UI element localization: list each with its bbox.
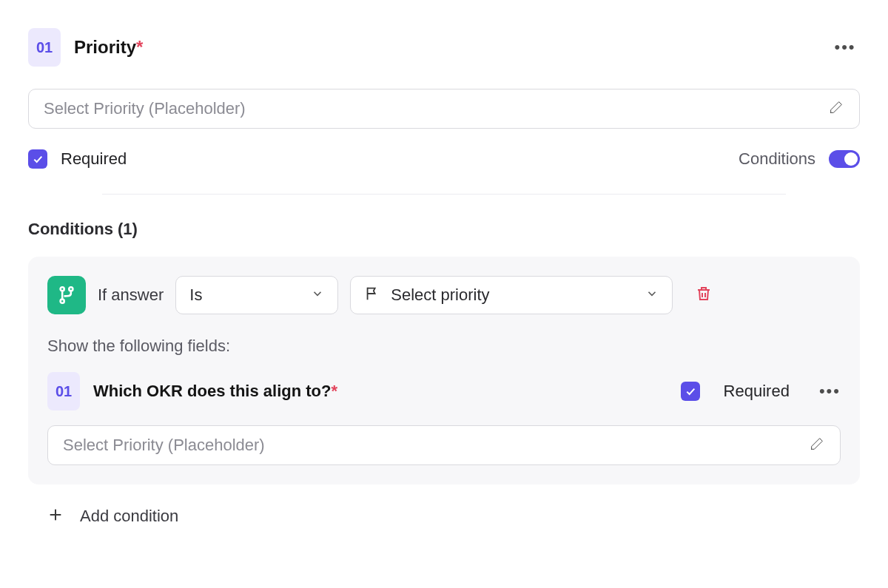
- conditions-toggle[interactable]: [829, 150, 860, 168]
- subfield-title-text: Which OKR does this align to?: [93, 382, 331, 400]
- subfield-number-badge: 01: [47, 372, 80, 410]
- svg-point-1: [69, 287, 73, 291]
- field-number-badge: 01: [28, 28, 61, 67]
- subfield-required-checkbox[interactable]: [681, 382, 700, 401]
- add-condition-label: Add condition: [80, 507, 178, 526]
- value-placeholder: Select priority: [391, 285, 635, 305]
- svg-point-2: [61, 300, 64, 303]
- chevron-down-icon: [311, 287, 324, 303]
- svg-point-0: [61, 287, 64, 291]
- subfield-number: 01: [56, 383, 72, 400]
- field-title: Priority*: [74, 37, 817, 58]
- divider: [102, 194, 786, 195]
- operator-value: Is: [189, 285, 300, 305]
- operator-dropdown[interactable]: Is: [175, 276, 338, 314]
- field-title-text: Priority: [74, 37, 136, 57]
- priority-select[interactable]: Select Priority (Placeholder): [28, 89, 860, 129]
- field-more-button[interactable]: •••: [830, 33, 860, 62]
- required-star-icon: *: [331, 382, 337, 400]
- subfield-placeholder: Select Priority (Placeholder): [63, 436, 800, 455]
- chevron-down-icon: [645, 287, 659, 303]
- required-label: Required: [61, 149, 127, 169]
- conditions-toggle-label: Conditions: [739, 149, 815, 169]
- edit-icon[interactable]: [809, 436, 825, 455]
- priority-placeholder: Select Priority (Placeholder): [44, 99, 819, 118]
- add-condition-button[interactable]: Add condition: [28, 507, 860, 526]
- value-dropdown[interactable]: Select priority: [350, 276, 673, 314]
- show-fields-label: Show the following fields:: [47, 337, 841, 356]
- edit-icon[interactable]: [828, 99, 844, 118]
- plus-icon: [47, 507, 64, 526]
- subfield-title: Which OKR does this align to?*: [93, 382, 667, 401]
- required-star-icon: *: [136, 37, 143, 57]
- required-checkbox[interactable]: [28, 149, 47, 169]
- flag-icon: [364, 285, 380, 305]
- delete-condition-button[interactable]: [695, 285, 713, 305]
- subfield-priority-select[interactable]: Select Priority (Placeholder): [47, 425, 841, 465]
- conditions-heading: Conditions (1): [28, 220, 860, 239]
- field-number: 01: [36, 39, 53, 56]
- subfield-required-label: Required: [724, 382, 790, 401]
- condition-card: If answer Is Select priority Show the fo…: [28, 257, 860, 484]
- branch-icon: [47, 276, 86, 314]
- if-answer-label: If answer: [98, 285, 164, 305]
